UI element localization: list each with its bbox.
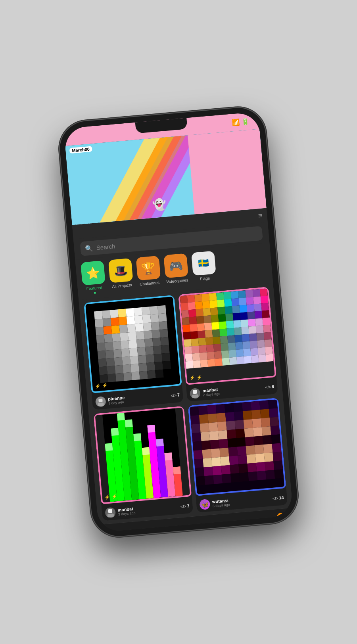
nav-create[interactable]: ♡◇ Create — [184, 523, 202, 533]
svg-rect-294 — [261, 418, 271, 427]
svg-rect-113 — [163, 369, 172, 378]
svg-rect-34 — [102, 310, 111, 319]
svg-rect-41 — [157, 305, 166, 314]
svg-rect-350 — [230, 473, 240, 483]
nav-learn[interactable]: 🧩 Learn — [111, 530, 125, 533]
svg-rect-84 — [145, 346, 154, 355]
svg-rect-305 — [271, 426, 280, 435]
svg-rect-225 — [265, 347, 273, 355]
svg-rect-107 — [115, 373, 124, 381]
videogames-icon: 🎮 — [163, 253, 188, 278]
promo-banner[interactable]: March00 use #imagichallenge to participa… — [65, 129, 267, 225]
svg-rect-340 — [230, 464, 239, 474]
svg-rect-273 — [251, 401, 260, 410]
svg-rect-184 — [226, 328, 234, 336]
svg-rect-58 — [151, 322, 160, 331]
svg-rect-264 — [107, 514, 114, 517]
challenges-icon: 🏆 — [136, 256, 161, 281]
project-card-4[interactable]: 🦋 wutansi 3 days ago </> 14 — [188, 398, 288, 513]
svg-rect-172 — [226, 321, 234, 329]
lightning-1: ⚡ — [95, 383, 101, 389]
category-featured[interactable]: ⭐ Featured — [80, 261, 107, 295]
lightning-badges-3: ⚡ ⚡ — [104, 494, 117, 500]
svg-rect-314 — [263, 435, 272, 445]
svg-rect-333 — [255, 453, 265, 463]
thumbnail-1: ⚡ ⚡ — [84, 295, 182, 395]
svg-rect-275 — [268, 399, 278, 409]
svg-rect-110 — [139, 371, 148, 380]
featured-icon: ⭐ — [81, 261, 106, 286]
flags-label: Flags — [200, 276, 210, 281]
svg-rect-139 — [246, 297, 254, 305]
project-user-2: manbat 2 days ago — [190, 386, 221, 399]
nav-explore[interactable]: ⊞ Explore — [147, 527, 161, 532]
svg-rect-198 — [242, 334, 250, 342]
svg-rect-313 — [254, 436, 263, 445]
svg-rect-319 — [219, 448, 229, 457]
svg-rect-346 — [196, 476, 205, 486]
svg-rect-101 — [138, 363, 147, 372]
notch — [135, 118, 188, 133]
project-card-2[interactable]: ⚡ ⚡ — [178, 287, 278, 402]
category-videogames[interactable]: 🎮 Videogames — [163, 253, 190, 288]
svg-rect-105 — [100, 374, 108, 383]
svg-rect-155 — [189, 316, 197, 324]
svg-rect-140 — [253, 296, 261, 304]
svg-rect-203 — [192, 346, 200, 354]
svg-rect-121 — [202, 293, 209, 301]
svg-rect-136 — [224, 299, 232, 307]
svg-rect-212 — [257, 340, 265, 348]
svg-rect-57 — [143, 322, 152, 331]
user-time-1: 1 day ago — [108, 400, 125, 406]
svg-rect-192 — [198, 338, 206, 346]
svg-rect-174 — [240, 319, 248, 327]
all-projects-icon: 🎩 — [108, 258, 133, 283]
svg-rect-39 — [142, 307, 150, 315]
svg-rect-283 — [251, 410, 261, 419]
svg-rect-152 — [254, 303, 262, 311]
category-challenges[interactable]: 🏆 Challenges — [135, 256, 162, 290]
svg-rect-164 — [255, 311, 263, 319]
svg-rect-106 — [107, 374, 116, 382]
menu-icon[interactable]: ≡ — [258, 211, 263, 220]
thumb-frame-3: ⚡ ⚡ — [93, 406, 192, 504]
svg-rect-82 — [129, 348, 138, 356]
svg-rect-339 — [221, 465, 230, 475]
svg-rect-125 — [231, 291, 239, 299]
nav-profile[interactable]: 👤 Profile — [269, 516, 283, 533]
svg-rect-146 — [210, 307, 218, 315]
svg-rect-194 — [213, 337, 221, 345]
svg-rect-325 — [272, 443, 282, 452]
svg-rect-309 — [219, 439, 228, 448]
pixel-art-3 — [95, 408, 190, 502]
svg-rect-131 — [188, 302, 196, 310]
svg-rect-108 — [123, 372, 132, 381]
svg-rect-208 — [228, 343, 236, 351]
svg-rect-210 — [242, 341, 250, 349]
nav-imagicharm[interactable]: ⊞ imagiCharm — [224, 519, 247, 533]
svg-rect-53 — [111, 325, 120, 334]
project-grid: ⚡ ⚡ — [79, 283, 293, 525]
svg-rect-296 — [192, 433, 202, 442]
svg-rect-183 — [219, 329, 227, 337]
thumbnail-2: ⚡ ⚡ — [178, 287, 276, 387]
svg-rect-213 — [264, 339, 272, 347]
svg-rect-228 — [200, 360, 208, 368]
svg-rect-134 — [209, 300, 217, 308]
svg-rect-43 — [103, 318, 111, 327]
category-flags[interactable]: 🇸🇪 Flags — [191, 251, 217, 285]
category-all-projects[interactable]: 🎩 All Projects — [108, 258, 134, 293]
svg-rect-200 — [256, 333, 264, 341]
svg-rect-263 — [108, 509, 112, 513]
svg-rect-239 — [193, 390, 197, 394]
project-card-1[interactable]: ⚡ ⚡ — [84, 295, 184, 410]
svg-rect-180 — [198, 330, 205, 338]
svg-rect-292 — [244, 419, 253, 429]
svg-rect-284 — [260, 409, 270, 418]
svg-rect-195 — [220, 336, 228, 344]
svg-rect-271 — [233, 402, 243, 412]
project-card-3[interactable]: ⚡ ⚡ — [93, 406, 193, 521]
svg-rect-153 — [261, 303, 269, 311]
search-placeholder: Search — [96, 243, 115, 251]
svg-rect-201 — [264, 332, 272, 340]
